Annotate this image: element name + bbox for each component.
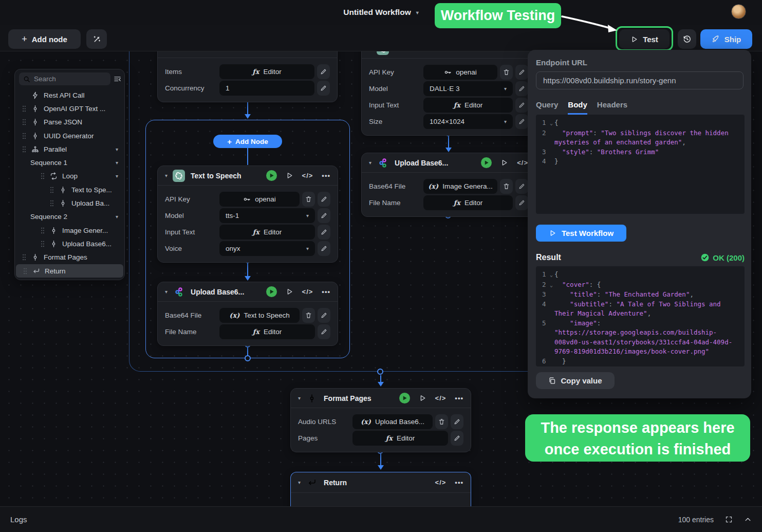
tab-body[interactable]: Body — [568, 100, 587, 115]
drag-handle-icon[interactable] — [50, 200, 54, 207]
fx-editor-field[interactable]: ƒxEditor — [219, 324, 315, 339]
text-to-speech-node[interactable]: ▾ Text to Speech </> ••• API KeyopenaiMo… — [157, 166, 338, 263]
edit-field-button[interactable] — [318, 192, 330, 207]
search-box[interactable] — [19, 72, 110, 85]
select-field[interactable]: 1024×1024▾ — [423, 114, 513, 129]
edit-field-button[interactable] — [318, 225, 330, 240]
code-icon[interactable]: </> — [302, 288, 313, 296]
api-key-field[interactable]: openai — [219, 192, 300, 207]
edit-field-button[interactable] — [451, 414, 463, 429]
edit-field-button[interactable] — [318, 208, 330, 223]
api-key-field[interactable]: openai — [423, 65, 497, 80]
edit-field-button[interactable] — [515, 98, 528, 113]
edit-field-button[interactable] — [515, 195, 528, 210]
chevron-down-icon[interactable]: ▾ — [116, 173, 118, 179]
sidebar-item-parallel[interactable]: Parallel▾ — [15, 142, 124, 156]
delete-value-button[interactable] — [435, 414, 448, 429]
run-node-button[interactable] — [266, 286, 277, 297]
collapse-caret-icon[interactable]: ▾ — [298, 395, 301, 401]
collapse-panel-icon[interactable] — [114, 75, 121, 83]
collapse-caret-icon[interactable]: ▾ — [165, 289, 168, 295]
sidebar-item-parse-json[interactable]: Parse JSON — [15, 116, 124, 129]
chevron-up-icon[interactable] — [744, 516, 752, 523]
collapse-caret-icon[interactable]: ▾ — [165, 173, 168, 178]
copy-value-button[interactable]: Copy value — [536, 372, 615, 389]
sidebar-item-rest-api-call[interactable]: Rest API Call — [15, 88, 124, 102]
drag-handle-icon[interactable] — [22, 254, 26, 261]
collapse-caret-icon[interactable]: ▾ — [298, 480, 301, 485]
more-options-icon[interactable]: ••• — [455, 479, 463, 486]
drag-handle-icon[interactable] — [41, 173, 45, 179]
fx-editor-field[interactable]: ƒxEditor — [352, 431, 448, 446]
run-node-button[interactable] — [266, 170, 277, 181]
fx-editor-field[interactable]: ƒxEditor — [423, 195, 513, 210]
variable-field[interactable]: (x)Upload Base6... — [352, 414, 433, 429]
sidebar-item-openai-gpt-text[interactable]: OpenAI GPT Text ... — [15, 102, 124, 115]
result-viewer[interactable]: 1 ⌄{2 ⌄ "cover": {3 "title": "The Enchan… — [536, 266, 745, 366]
edit-field-button[interactable] — [515, 65, 528, 80]
select-field[interactable]: tts-1▾ — [219, 208, 315, 223]
chevron-down-icon[interactable]: ▾ — [116, 146, 118, 152]
collapse-caret-icon[interactable]: ▾ — [369, 160, 371, 166]
fx-editor-field[interactable]: ƒxEditor — [219, 225, 315, 240]
sidebar-item-text-to-spe[interactable]: Text to Spe... — [15, 183, 124, 196]
fx-editor-field[interactable]: ƒxEditor — [423, 98, 513, 113]
sidebar-item-format-pages[interactable]: Format Pages — [15, 251, 124, 264]
tab-headers[interactable]: Headers — [597, 100, 627, 115]
code-icon[interactable]: </> — [302, 172, 313, 179]
text-field[interactable]: 1 — [219, 81, 314, 96]
select-field[interactable]: onyx▾ — [219, 241, 315, 256]
code-icon[interactable]: </> — [435, 394, 447, 402]
play-icon[interactable] — [286, 288, 293, 296]
drag-handle-icon[interactable] — [23, 268, 27, 274]
drag-handle-icon[interactable] — [50, 187, 54, 193]
request-body-editor[interactable]: 1 ⌄{2 "prompt": "Two siblings discover t… — [536, 115, 745, 214]
more-options-icon[interactable]: ••• — [322, 172, 330, 179]
edit-field-button[interactable] — [318, 324, 330, 339]
loop-output-port[interactable] — [245, 355, 251, 361]
run-node-button[interactable] — [481, 157, 492, 168]
loop-config-node[interactable]: ItemsƒxEditorConcurrency1 — [157, 44, 338, 102]
image-generator-node[interactable]: ▾ API KeyopenaiModelDALL·E 3▾Input Textƒ… — [361, 39, 536, 136]
format-pages-node[interactable]: ▾ Format Pages </> ••• Audio URLS(x)Uplo… — [290, 388, 471, 452]
chevron-down-icon[interactable]: ▾ — [116, 160, 118, 166]
variable-field[interactable]: (x)Text to Speech — [219, 308, 300, 323]
add-node-pill-button[interactable]: + Add Node — [213, 135, 282, 148]
delete-value-button[interactable] — [302, 192, 315, 207]
delete-value-button[interactable] — [500, 179, 513, 194]
code-icon[interactable]: </> — [435, 479, 447, 486]
sidebar-item-sequence-1[interactable]: Sequence 1▾ — [15, 156, 124, 169]
drag-handle-icon[interactable] — [22, 146, 26, 153]
sidebar-item-upload-base6[interactable]: Upload Base6... — [15, 237, 124, 250]
drag-handle-icon[interactable] — [41, 227, 45, 234]
code-icon[interactable]: </> — [517, 159, 528, 167]
run-node-button[interactable] — [399, 393, 410, 403]
sidebar-item-loop[interactable]: Loop▾ — [15, 170, 124, 183]
delete-value-button[interactable] — [302, 308, 315, 323]
more-options-icon[interactable]: ••• — [322, 288, 330, 296]
select-field[interactable]: DALL·E 3▾ — [423, 81, 513, 96]
edit-field-button[interactable] — [515, 179, 528, 194]
play-icon[interactable] — [500, 159, 508, 167]
sidebar-item-sequence-2[interactable]: Sequence 2▾ — [15, 210, 124, 224]
drag-handle-icon[interactable] — [22, 105, 26, 112]
play-icon[interactable] — [286, 172, 293, 179]
ship-button[interactable]: Ship — [700, 29, 752, 49]
upload-base64-node[interactable]: ▾ Upload Base6... </> ••• Base64 File(x)… — [157, 282, 338, 346]
magic-wand-button[interactable] — [86, 29, 107, 49]
sidebar-item-image-gener[interactable]: Image Gener... — [15, 224, 124, 237]
sidebar-item-uuid-generator[interactable]: UUID Generator — [15, 129, 124, 142]
drag-handle-icon[interactable] — [22, 133, 26, 139]
edit-field-button[interactable] — [318, 241, 330, 256]
history-button[interactable] — [678, 29, 696, 49]
edit-field-button[interactable] — [451, 431, 463, 446]
expand-icon[interactable] — [725, 516, 733, 523]
play-icon[interactable] — [419, 394, 426, 402]
test-workflow-button[interactable]: Test Workflow — [536, 225, 626, 242]
tab-query[interactable]: Query — [536, 100, 558, 115]
endpoint-url-input[interactable] — [536, 71, 744, 89]
delete-value-button[interactable] — [500, 65, 513, 80]
workflow-title-dropdown[interactable]: Untitled Workflow ▾ — [343, 8, 419, 17]
upload-base64-node-2[interactable]: ▾ Upload Base6... </> Base64 File(x)Imag… — [361, 153, 536, 217]
edit-field-button[interactable] — [515, 81, 528, 96]
